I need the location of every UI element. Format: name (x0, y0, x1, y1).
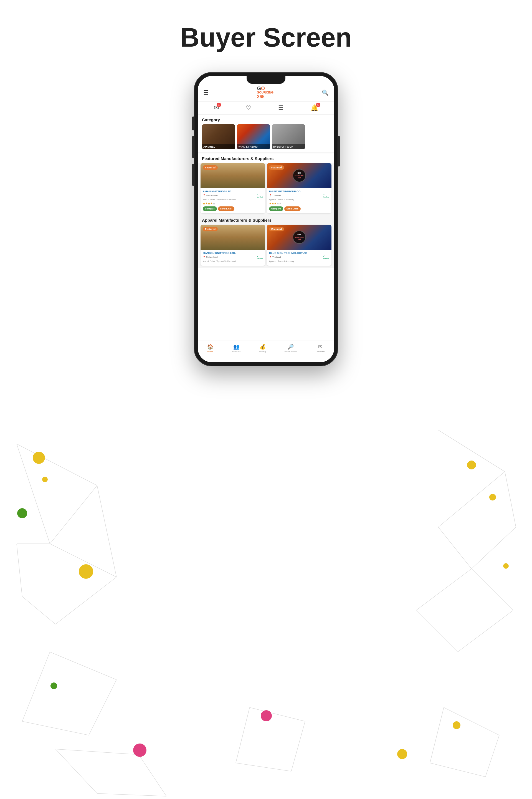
phone-notch (247, 76, 285, 84)
mail-icon-item[interactable]: ✉ 1 (214, 104, 219, 112)
notification-icon-item[interactable]: 🔔 5 (311, 104, 318, 112)
stars-phisit: ★★★★★ (269, 202, 329, 205)
svg-line-25 (430, 707, 444, 763)
dot-yellow-1 (33, 452, 45, 464)
dot-yellow-7 (453, 721, 460, 729)
mail-badge: 1 (216, 103, 221, 107)
compare-btn-aman[interactable]: Compare (203, 206, 217, 211)
verified-badge-jiangsu: ✓Verified (257, 255, 263, 260)
verified-badge-phisit: ✓Verified (323, 194, 329, 198)
list-icon-item[interactable]: ☰ (278, 104, 284, 112)
search-icon[interactable]: 🔍 (322, 89, 329, 96)
supplier-card-phisit[interactable]: GOSOURCING365 Featured PHISIT INTERGROUP… (267, 163, 331, 213)
nav-how-it-works[interactable]: 🔎 How It Works (285, 344, 297, 353)
company-location-bluesign: 📍 Thailand (269, 256, 281, 258)
svg-line-7 (97, 486, 116, 577)
nav-pricing-label: Pricing (259, 350, 266, 353)
company-category-aman: Yarn & Fabric / Dyestuff & Chemical (203, 198, 263, 201)
svg-line-31 (291, 721, 305, 771)
svg-line-20 (416, 610, 458, 652)
phone-btn-vol-down (192, 164, 194, 186)
location-pin-icon-2: 📍 (269, 194, 272, 197)
go-logo-overlay: GOSOURCING365 (292, 169, 306, 182)
category-yarn[interactable]: YARN & FABRIC (237, 124, 270, 149)
icon-bar: ✉ 1 ♡ ☰ 🔔 5 (198, 101, 334, 115)
category-apparel-label: APPAREL (202, 144, 235, 149)
heart-icon: ♡ (246, 104, 251, 111)
featured-title: Featured Manufacturers & Suppliers (198, 153, 334, 163)
verified-badge-aman: ✓Verified (257, 194, 263, 198)
nav-about-label: About Us (232, 350, 241, 353)
svg-line-10 (89, 680, 116, 735)
tag-icon: 💰 (260, 344, 266, 350)
go-logo-overlay-2: GOSOURCING365 (292, 231, 306, 244)
category-dye[interactable]: DYESTUFF & CH (272, 124, 305, 149)
hamburger-icon[interactable]: ☰ (203, 89, 209, 96)
company-name-bluesign: BLUE SIGN TECHNOLOGY AG (269, 251, 329, 254)
svg-line-15 (472, 527, 516, 569)
location-pin-icon-4: 📍 (269, 256, 272, 258)
svg-line-32 (236, 763, 291, 771)
company-category-phisit: Apparel / Trims & Accesory (269, 198, 329, 201)
nav-about[interactable]: 👥 About Us (232, 344, 241, 353)
dot-pink-1 (261, 710, 272, 721)
svg-line-9 (50, 652, 116, 680)
company-location-aman: 📍 Switzerland (203, 194, 217, 197)
card-actions-aman: Compare Send Email (203, 206, 263, 211)
nav-pricing[interactable]: 💰 Pricing (259, 344, 266, 353)
location-pin-icon-3: 📍 (203, 256, 206, 258)
svg-line-26 (56, 749, 139, 755)
dot-yellow-3 (467, 460, 476, 470)
featured-badge-aman: Featured (203, 165, 218, 170)
dot-yellow-4 (489, 494, 496, 500)
category-list: APPAREL YARN & FABRIC (198, 124, 334, 152)
svg-line-0 (17, 444, 97, 486)
svg-line-21 (416, 569, 472, 610)
send-email-btn-aman[interactable]: Send Email (218, 206, 234, 211)
company-name-jiangsu: JIANGSU KNITTINGS LTD. (203, 251, 263, 254)
category-title: Category (198, 115, 334, 124)
company-category-jiangsu: Yarn & Fabric / Dyestuff & Chemical (203, 260, 263, 263)
apparel-section-title: Apparel Manufacturers & Suppliers (198, 215, 334, 225)
svg-line-29 (56, 749, 97, 794)
svg-line-3 (56, 577, 116, 624)
svg-line-5 (17, 544, 22, 596)
people-icon: 👥 (233, 344, 240, 350)
envelope-icon: ✉ (318, 344, 322, 350)
nav-how-label: How It Works (285, 350, 297, 353)
featured-badge-bluesign: Featured (269, 227, 284, 231)
svg-line-24 (430, 763, 486, 777)
category-yarn-label: YARN & FABRIC (237, 144, 270, 149)
svg-line-23 (486, 735, 499, 777)
featured-badge-phisit: Featured (269, 165, 284, 170)
home-icon: 🏠 (207, 344, 213, 350)
verified-badge-bluesign: ✓Verified (323, 255, 329, 260)
svg-line-11 (22, 721, 89, 735)
category-dye-label: DYESTUFF & CH (272, 144, 305, 149)
svg-line-4 (22, 596, 56, 624)
supplier-card-jiangsu[interactable]: Featured JIANGSU KNITTINGS LTD. 📍 Switze… (201, 225, 265, 266)
apparel-supplier-grid: Featured JIANGSU KNITTINGS LTD. 📍 Switze… (198, 225, 334, 268)
supplier-card-aman[interactable]: Featured AMAN KNITTINGS LTD. 📍 Switzerla… (201, 163, 265, 213)
send-email-btn-phisit[interactable]: Send Email (284, 206, 301, 211)
svg-line-18 (472, 569, 513, 610)
app-logo: GO SOURCING 365 (257, 86, 273, 99)
category-apparel[interactable]: APPAREL (202, 124, 235, 149)
svg-line-33 (236, 707, 250, 763)
featured-section: Featured Manufacturers & Suppliers Featu… (198, 152, 334, 215)
wishlist-icon-item[interactable]: ♡ (246, 104, 251, 112)
apparel-section: Apparel Manufacturers & Suppliers Featur… (198, 215, 334, 268)
dot-green-1 (17, 508, 27, 518)
company-category-bluesign: Apparel / Trims & Accesory (269, 260, 329, 263)
nav-contact[interactable]: ✉ Contact U (316, 344, 325, 353)
nav-home[interactable]: 🏠 Home (207, 344, 213, 353)
featured-supplier-grid: Featured AMAN KNITTINGS LTD. 📍 Switzerla… (198, 163, 334, 215)
nav-contact-label: Contact U (316, 350, 325, 353)
dot-yellow-5 (503, 563, 509, 569)
compare-btn-phisit[interactable]: Compare (269, 206, 283, 211)
phone-btn-power (338, 136, 340, 167)
svg-line-30 (250, 707, 305, 721)
supplier-card-bluesign[interactable]: GOSOURCING365 Featured BLUE SIGN TECHNOL… (267, 225, 331, 266)
svg-line-28 (97, 794, 167, 796)
phone-btn-vol-up (192, 136, 194, 158)
